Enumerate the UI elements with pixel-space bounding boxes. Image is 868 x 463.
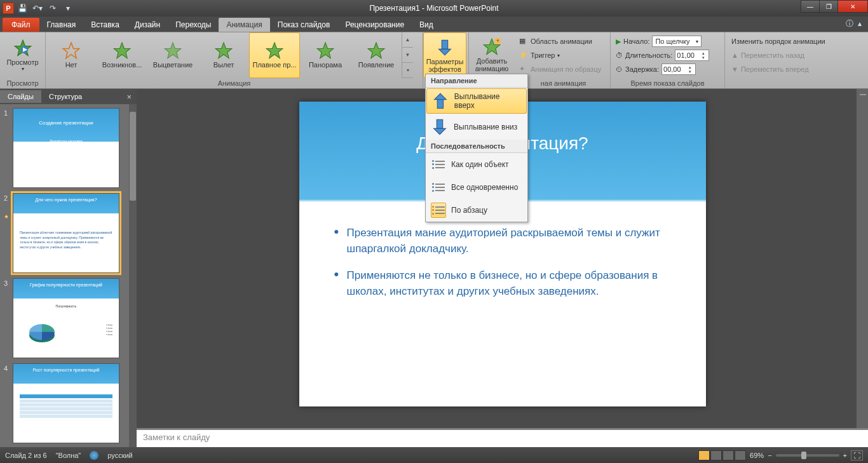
animation-indicator-icon: ★ — [4, 213, 10, 220]
view-normal[interactable] — [698, 450, 710, 460]
qat-customize[interactable]: ▾ — [61, 2, 75, 15]
option-as-one[interactable]: Как один объект — [426, 153, 527, 176]
tab-review[interactable]: Рецензирование — [337, 18, 412, 32]
slide-thumbnail-4[interactable]: 4 Рост популярности презентаций — [4, 363, 125, 443]
view-buttons — [698, 450, 746, 460]
preview-button[interactable]: Просмотр ▾ — [0, 32, 45, 78]
gallery-up-icon[interactable]: ▲ — [402, 32, 413, 48]
redo-button[interactable]: ↷ — [46, 2, 60, 15]
tab-insert[interactable]: Вставка — [83, 18, 127, 32]
animation-pane-button[interactable]: ▦ Область анимации — [517, 34, 595, 48]
panel-close-icon[interactable]: × — [121, 92, 137, 102]
zoom-level[interactable]: 69% — [750, 452, 764, 459]
slide-thumbnail-1[interactable]: 1 Создание презентации Разработка заголо… — [4, 108, 125, 188]
svg-marker-7 — [266, 43, 283, 58]
anim-flyin[interactable]: Вылет — [198, 32, 249, 78]
clock-icon: ⏱ — [616, 51, 623, 59]
tab-design[interactable]: Дизайн — [127, 18, 168, 32]
tab-slideshow[interactable]: Показ слайдов — [270, 18, 338, 32]
notes-placeholder: Заметки к слайду — [143, 433, 210, 442]
group-animation-label: Анимация — [46, 78, 423, 88]
effect-options-button[interactable]: Параметры эффектов — [423, 32, 466, 78]
add-anim-star-icon: + — [483, 38, 501, 56]
gallery-more-icon[interactable]: ▾ — [402, 63, 413, 78]
minimize-button[interactable]: — — [801, 0, 820, 13]
preview-label: Просмотр — [6, 58, 38, 66]
save-button[interactable]: 💾 — [15, 2, 29, 15]
gallery-down-icon[interactable]: ▼ — [402, 48, 413, 63]
slides-list: 1 Создание презентации Разработка заголо… — [0, 104, 129, 447]
anim-floatin[interactable]: Плавное пр... — [249, 32, 300, 78]
dropdown-header-direction: Направление — [426, 74, 527, 88]
status-language[interactable]: русский — [107, 452, 132, 459]
option-by-paragraph[interactable]: По абзацу — [426, 199, 527, 222]
ribbon-tabs: Файл Главная Вставка Дизайн Переходы Ани… — [0, 17, 868, 32]
tab-transitions[interactable]: Переходы — [168, 18, 219, 32]
slide-thumbnail-2[interactable]: 2 ★ Для чего нужна презентация? Презента… — [4, 193, 125, 273]
notes-pane[interactable]: Заметки к слайду — [137, 428, 868, 447]
effect-options-dropdown: Направление Выплывание вверх Выплывание … — [425, 74, 528, 222]
anim-none[interactable]: Нет — [46, 32, 97, 78]
delay-spinner[interactable]: 00,00▴▾ — [661, 64, 696, 75]
list-all-icon — [431, 180, 446, 195]
slide-thumbnail-3[interactable]: 3 График популярности презентаций Популя… — [4, 278, 125, 358]
svg-marker-9 — [368, 43, 384, 58]
tab-view[interactable]: Вид — [412, 18, 441, 32]
arrow-down-icon — [431, 118, 449, 136]
file-tab[interactable]: Файл — [3, 18, 39, 32]
slides-tab[interactable]: Слайды — [0, 90, 41, 103]
view-sorter[interactable] — [710, 450, 722, 460]
view-slideshow[interactable] — [735, 450, 746, 460]
svg-marker-11 — [439, 49, 451, 55]
svg-marker-18 — [434, 128, 446, 134]
start-combo[interactable]: По щелчку▾ — [652, 36, 702, 47]
ribbon-help-icon[interactable]: ⓘ ▴ — [839, 16, 868, 32]
duration-spinner[interactable]: 01,00▴▾ — [675, 50, 709, 61]
timing-delay-row: ⏲ Задержка: 00,00▴▾ — [613, 62, 698, 76]
trigger-button[interactable]: ⚡ Триггер▾ — [517, 48, 562, 62]
play-icon: ▶ — [616, 37, 621, 46]
move-earlier-button: ▲Переместить назад — [729, 48, 807, 62]
svg-marker-8 — [317, 43, 334, 58]
slide-body[interactable]: •Презентация мание аудиторией раскрываем… — [334, 225, 681, 311]
zoom-handle[interactable] — [801, 452, 806, 459]
option-all-at-once[interactable]: Все одновременно — [426, 176, 527, 199]
close-button[interactable]: ✕ — [837, 0, 868, 13]
group-reorder: Изменить порядок анимации ▲Переместить н… — [725, 32, 868, 88]
anim-appear[interactable]: Возникнов... — [97, 32, 147, 78]
language-icon[interactable] — [90, 451, 98, 460]
svg-marker-6 — [215, 43, 232, 58]
move-later-button: ▼Переместить вперед — [729, 62, 811, 76]
anim-fade[interactable]: Выцветание — [147, 32, 198, 78]
slides-scrollbar[interactable] — [129, 104, 137, 447]
zoom-in-button[interactable]: + — [843, 452, 847, 459]
option-float-down[interactable]: Выплывание вниз — [426, 114, 527, 140]
anim-split[interactable]: Панорама — [300, 32, 351, 78]
undo-button[interactable]: ↶▾ — [31, 2, 44, 15]
option-float-up[interactable]: Выплывание вверх — [426, 88, 527, 114]
arrow-down-icon — [435, 37, 455, 58]
svg-marker-15 — [435, 93, 447, 99]
tab-animations[interactable]: Анимация — [219, 18, 269, 32]
anim-wipe[interactable]: Появление — [351, 32, 402, 78]
slides-panel: Слайды Структура × 1 Создание презентаци… — [0, 89, 137, 447]
svg-text:+: + — [496, 38, 499, 44]
zoom-out-button[interactable]: − — [768, 452, 771, 459]
fit-to-window-button[interactable]: ⛶ — [851, 450, 863, 460]
editor-scrollbar[interactable] — [857, 89, 868, 428]
zoom-slider[interactable] — [776, 454, 839, 457]
svg-rect-16 — [437, 100, 443, 109]
animation-gallery-nav[interactable]: ▲ ▼ ▾ — [402, 32, 413, 78]
group-advanced-label: ная анимация — [517, 78, 610, 88]
tab-home[interactable]: Главная — [39, 18, 84, 32]
app-icon[interactable]: P — [3, 3, 14, 14]
outline-tab[interactable]: Структура — [41, 90, 90, 103]
add-animation-button[interactable]: + Добавить анимацию — [469, 32, 515, 78]
view-reading[interactable] — [722, 450, 734, 460]
maximize-button[interactable]: ❐ — [819, 0, 838, 13]
timing-duration-row: ⏱ Длительность: 01,00▴▾ — [613, 48, 712, 62]
group-timing-label: Время показа слайдов — [611, 78, 724, 88]
title-bar: P 💾 ↶▾ ↷ ▾ Презентация1 - Microsoft Powe… — [0, 0, 868, 17]
scrollbar-thumb[interactable] — [130, 112, 136, 201]
group-timing: ▶ Начало: По щелчку▾ ⏱ Длительность: 01,… — [611, 32, 725, 88]
